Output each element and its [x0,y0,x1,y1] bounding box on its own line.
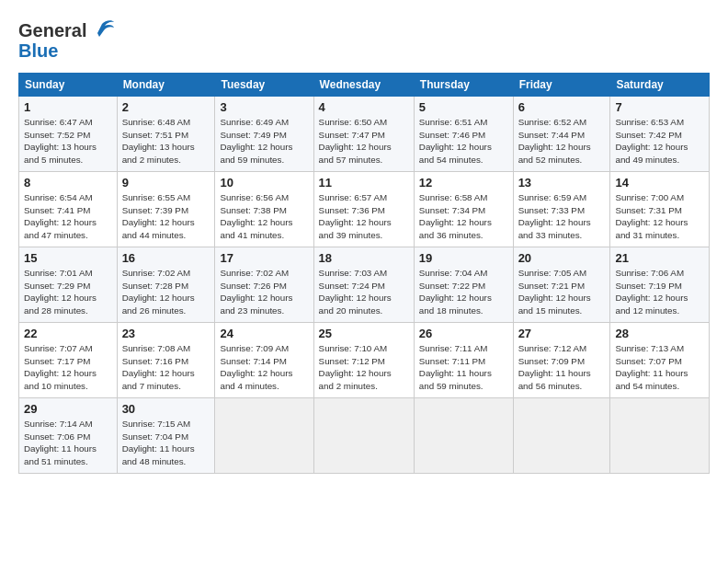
calendar-cell: 14 Sunrise: 7:00 AMSunset: 7:31 PMDaylig… [610,172,710,247]
calendar-cell [215,398,313,474]
calendar-cell: 24 Sunrise: 7:09 AMSunset: 7:14 PMDaylig… [215,323,313,398]
day-info: Sunrise: 6:50 AMSunset: 7:47 PMDaylight:… [319,117,392,165]
day-number: 21 [615,251,704,265]
weekday-header-monday: Monday [117,74,215,97]
logo-general: General [18,20,86,41]
calendar-cell [513,398,610,474]
calendar-cell: 7 Sunrise: 6:53 AMSunset: 7:42 PMDayligh… [610,97,710,172]
day-info: Sunrise: 7:02 AMSunset: 7:28 PMDaylight:… [122,268,195,316]
calendar-cell: 21 Sunrise: 7:06 AMSunset: 7:19 PMDaylig… [610,247,710,323]
day-number: 28 [615,327,704,340]
day-number: 25 [319,327,409,340]
logo-bird-icon [88,17,116,44]
calendar-cell: 13 Sunrise: 6:59 AMSunset: 7:33 PMDaylig… [513,172,610,247]
weekday-header-wednesday: Wednesday [313,74,414,97]
calendar-page: General Blue SundayMondayTuesdayWednesda… [0,0,728,483]
day-info: Sunrise: 7:00 AMSunset: 7:31 PMDaylight:… [615,192,688,240]
day-number: 1 [24,100,112,114]
weekday-header-saturday: Saturday [610,74,710,97]
calendar-week-1: 1 Sunrise: 6:47 AMSunset: 7:52 PMDayligh… [19,97,710,172]
day-info: Sunrise: 6:51 AMSunset: 7:46 PMDaylight:… [419,117,492,165]
day-number: 22 [24,327,112,340]
day-info: Sunrise: 7:07 AMSunset: 7:17 PMDaylight:… [24,343,97,391]
calendar-cell: 28 Sunrise: 7:13 AMSunset: 7:07 PMDaylig… [610,323,710,398]
day-info: Sunrise: 6:54 AMSunset: 7:41 PMDaylight:… [24,192,97,240]
day-info: Sunrise: 7:13 AMSunset: 7:07 PMDaylight:… [615,343,688,391]
day-info: Sunrise: 6:58 AMSunset: 7:34 PMDaylight:… [419,192,492,240]
calendar-cell: 23 Sunrise: 7:08 AMSunset: 7:16 PMDaylig… [117,323,215,398]
day-number: 5 [419,100,508,114]
day-number: 30 [122,402,210,416]
day-info: Sunrise: 6:53 AMSunset: 7:42 PMDaylight:… [615,117,688,165]
calendar-cell: 20 Sunrise: 7:05 AMSunset: 7:21 PMDaylig… [513,247,610,323]
calendar-week-5: 29 Sunrise: 7:14 AMSunset: 7:06 PMDaylig… [19,398,710,474]
calendar-cell: 8 Sunrise: 6:54 AMSunset: 7:41 PMDayligh… [19,172,118,247]
logo-blue: Blue [18,40,58,62]
day-info: Sunrise: 7:14 AMSunset: 7:06 PMDaylight:… [24,419,97,466]
day-number: 29 [24,402,112,416]
calendar-cell: 30 Sunrise: 7:15 AMSunset: 7:04 PMDaylig… [117,398,215,474]
weekday-header-tuesday: Tuesday [215,74,313,97]
header: General Blue [18,17,710,62]
logo: General Blue [18,17,116,62]
calendar-cell: 2 Sunrise: 6:48 AMSunset: 7:51 PMDayligh… [117,97,215,172]
day-info: Sunrise: 7:12 AMSunset: 7:09 PMDaylight:… [518,343,591,391]
day-info: Sunrise: 6:52 AMSunset: 7:44 PMDaylight:… [518,117,591,165]
day-info: Sunrise: 6:59 AMSunset: 7:33 PMDaylight:… [518,192,591,240]
calendar-cell: 26 Sunrise: 7:11 AMSunset: 7:11 PMDaylig… [414,323,513,398]
calendar-cell: 9 Sunrise: 6:55 AMSunset: 7:39 PMDayligh… [117,172,215,247]
calendar-table: SundayMondayTuesdayWednesdayThursdayFrid… [18,73,710,474]
day-number: 3 [220,100,308,114]
day-number: 23 [122,327,210,340]
calendar-cell: 1 Sunrise: 6:47 AMSunset: 7:52 PMDayligh… [19,97,118,172]
calendar-cell: 11 Sunrise: 6:57 AMSunset: 7:36 PMDaylig… [313,172,414,247]
weekday-header-friday: Friday [513,74,610,97]
day-info: Sunrise: 6:48 AMSunset: 7:51 PMDaylight:… [122,117,195,165]
calendar-cell: 10 Sunrise: 6:56 AMSunset: 7:38 PMDaylig… [215,172,313,247]
calendar-header-row: SundayMondayTuesdayWednesdayThursdayFrid… [19,74,710,97]
calendar-cell: 17 Sunrise: 7:02 AMSunset: 7:26 PMDaylig… [215,247,313,323]
calendar-cell: 18 Sunrise: 7:03 AMSunset: 7:24 PMDaylig… [313,247,414,323]
day-info: Sunrise: 6:57 AMSunset: 7:36 PMDaylight:… [319,192,392,240]
day-number: 7 [615,100,704,114]
day-number: 13 [518,176,606,190]
day-number: 18 [319,251,409,265]
calendar-cell: 19 Sunrise: 7:04 AMSunset: 7:22 PMDaylig… [414,247,513,323]
calendar-cell: 22 Sunrise: 7:07 AMSunset: 7:17 PMDaylig… [19,323,118,398]
calendar-cell [610,398,710,474]
day-number: 15 [24,251,112,265]
day-number: 10 [220,176,308,190]
calendar-cell: 15 Sunrise: 7:01 AMSunset: 7:29 PMDaylig… [19,247,118,323]
day-number: 11 [319,176,409,190]
calendar-cell: 6 Sunrise: 6:52 AMSunset: 7:44 PMDayligh… [513,97,610,172]
day-number: 8 [24,176,112,190]
day-number: 2 [122,100,210,114]
day-info: Sunrise: 7:06 AMSunset: 7:19 PMDaylight:… [615,268,688,316]
day-info: Sunrise: 7:02 AMSunset: 7:26 PMDaylight:… [220,268,292,316]
weekday-header-sunday: Sunday [19,74,118,97]
day-info: Sunrise: 7:10 AMSunset: 7:12 PMDaylight:… [319,343,392,391]
calendar-cell: 5 Sunrise: 6:51 AMSunset: 7:46 PMDayligh… [414,97,513,172]
calendar-cell [414,398,513,474]
day-number: 14 [615,176,704,190]
calendar-cell: 25 Sunrise: 7:10 AMSunset: 7:12 PMDaylig… [313,323,414,398]
day-info: Sunrise: 6:55 AMSunset: 7:39 PMDaylight:… [122,192,195,240]
calendar-week-3: 15 Sunrise: 7:01 AMSunset: 7:29 PMDaylig… [19,247,710,323]
calendar-cell [313,398,414,474]
day-info: Sunrise: 7:08 AMSunset: 7:16 PMDaylight:… [122,343,195,391]
day-info: Sunrise: 7:15 AMSunset: 7:04 PMDaylight:… [122,419,195,466]
day-info: Sunrise: 7:11 AMSunset: 7:11 PMDaylight:… [419,343,492,391]
day-number: 26 [419,327,508,340]
day-info: Sunrise: 7:03 AMSunset: 7:24 PMDaylight:… [319,268,392,316]
day-info: Sunrise: 7:05 AMSunset: 7:21 PMDaylight:… [518,268,591,316]
calendar-cell: 16 Sunrise: 7:02 AMSunset: 7:28 PMDaylig… [117,247,215,323]
day-info: Sunrise: 7:04 AMSunset: 7:22 PMDaylight:… [419,268,492,316]
day-info: Sunrise: 7:09 AMSunset: 7:14 PMDaylight:… [220,343,292,391]
day-number: 4 [319,100,409,114]
calendar-cell: 27 Sunrise: 7:12 AMSunset: 7:09 PMDaylig… [513,323,610,398]
day-info: Sunrise: 6:49 AMSunset: 7:49 PMDaylight:… [220,117,292,165]
day-number: 12 [419,176,508,190]
calendar-cell: 29 Sunrise: 7:14 AMSunset: 7:06 PMDaylig… [19,398,118,474]
calendar-week-2: 8 Sunrise: 6:54 AMSunset: 7:41 PMDayligh… [19,172,710,247]
day-number: 19 [419,251,508,265]
